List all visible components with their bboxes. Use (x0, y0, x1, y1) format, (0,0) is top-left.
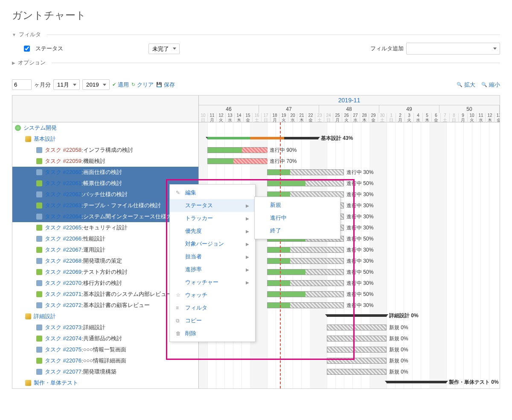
task-link[interactable]: タスク #22063 (45, 202, 81, 209)
status-filter-select[interactable]: 未完了 (148, 43, 180, 54)
add-filter-select[interactable] (406, 43, 500, 55)
task-link[interactable]: タスク #22058 (45, 146, 81, 154)
group-link[interactable]: 製作・単体テスト (34, 379, 78, 387)
context-submenu-item[interactable]: 新規 (255, 199, 340, 211)
group-link[interactable]: システム開発 (23, 124, 57, 132)
task-bar[interactable] (267, 269, 344, 275)
task-bar[interactable] (267, 180, 344, 186)
zoom-out-button[interactable]: 🔍縮小 (481, 81, 500, 89)
context-menu-item[interactable]: ☆ウォッチ (170, 289, 255, 301)
group-row[interactable]: 基本設計 (12, 133, 198, 145)
options-fieldset-toggle[interactable]: ▶ オプション (12, 59, 500, 67)
task-bar[interactable] (207, 158, 267, 164)
context-submenu: 新規進行中終了 (254, 197, 340, 239)
filters-fieldset-toggle[interactable]: ▼ フィルタ (12, 31, 500, 38)
task-link[interactable]: タスク #22069 (45, 268, 81, 276)
context-submenu-item[interactable]: 終了 (255, 224, 340, 237)
task-link[interactable]: タスク #22066 (45, 235, 81, 243)
version-icon (25, 380, 31, 386)
week-header: 46 (199, 105, 259, 113)
task-bar[interactable] (267, 169, 344, 175)
task-title: ○○○情報詳細画面 (83, 357, 127, 365)
group-link[interactable]: 基本設計 (34, 135, 56, 143)
task-row[interactable]: タスク #22075: ○○○情報一覧画面 (12, 344, 198, 355)
task-row[interactable]: タスク #22058: インフラ構成の検討 (12, 145, 198, 156)
task-link[interactable]: タスク #22072 (45, 301, 81, 309)
apply-button[interactable]: ✔適用 (112, 81, 129, 89)
context-submenu-item[interactable]: 進行中 (255, 211, 340, 224)
task-link[interactable]: タスク #22060 (45, 168, 81, 176)
add-filter-label: フィルタ追加 (370, 45, 404, 52)
zoom-out-icon: 🔍 (481, 82, 487, 87)
task-link[interactable]: タスク #22073 (45, 324, 81, 331)
months-input[interactable] (12, 79, 32, 90)
context-menu-item[interactable]: 対象バージョン▶ (170, 238, 255, 250)
task-row[interactable]: タスク #22059: 機能検討 (12, 156, 198, 167)
menu-item-icon: 🗑 (176, 330, 182, 336)
task-link[interactable]: タスク #22061 (45, 180, 81, 187)
context-menu-item[interactable]: 🗑削除 (170, 327, 255, 340)
context-menu-item[interactable]: 進捗率▶ (170, 263, 255, 276)
task-row[interactable]: タスク #22060: 画面仕様の検討 (12, 167, 198, 178)
task-bar[interactable] (327, 324, 387, 330)
task-link[interactable]: タスク #22064 (45, 213, 81, 220)
summary-bar[interactable] (387, 381, 446, 383)
bar-status-label: 新規 0% (389, 346, 408, 353)
summary-bar[interactable] (207, 137, 318, 139)
summary-bar[interactable] (327, 314, 387, 317)
context-menu-item[interactable]: 担当者▶ (170, 250, 255, 263)
day-header: 2月 (396, 113, 405, 122)
task-bar[interactable] (267, 302, 344, 308)
task-link[interactable]: タスク #22074 (45, 335, 81, 342)
group-row[interactable]: 製作・単体テスト (12, 377, 198, 388)
filters-label: フィルタ (19, 31, 41, 38)
avatar-icon (36, 336, 42, 342)
task-link[interactable]: タスク #22075 (45, 346, 81, 353)
task-bar[interactable] (327, 347, 387, 353)
bar-status-label: 新規 0% (389, 368, 408, 376)
context-menu-item[interactable]: トラッカー▶ (170, 212, 255, 225)
group-link[interactable]: 詳細設計 (34, 313, 56, 320)
task-link[interactable]: タスク #22059 (45, 157, 81, 165)
context-menu-item[interactable]: ウォッチャー▶ (170, 276, 255, 289)
task-bar[interactable] (267, 258, 344, 264)
summary-label: 詳細設計 0% (389, 312, 419, 319)
month-select[interactable]: 11月 (53, 79, 80, 90)
task-link[interactable]: タスク #22062 (45, 191, 81, 198)
task-bar[interactable] (327, 336, 387, 342)
task-bar[interactable] (327, 358, 387, 364)
task-link[interactable]: タスク #22065 (45, 224, 81, 232)
task-bar[interactable] (267, 247, 344, 253)
menu-item-label: 削除 (185, 330, 196, 337)
zoom-in-button[interactable]: 🔍拡大 (457, 81, 475, 89)
week-header: 49 (379, 105, 439, 113)
menu-item-label: 編集 (185, 189, 196, 197)
status-filter-checkbox[interactable] (24, 46, 30, 52)
year-select[interactable]: 2019 (82, 79, 110, 90)
task-bar[interactable] (327, 369, 387, 375)
task-bar[interactable] (207, 147, 267, 153)
task-link[interactable]: タスク #22071 (45, 290, 81, 298)
context-menu-item[interactable]: ⧉コピー (170, 314, 255, 327)
task-link[interactable]: タスク #22077 (45, 368, 81, 376)
day-header: 21木 (297, 113, 306, 122)
task-link[interactable]: タスク #22067 (45, 246, 81, 254)
task-link[interactable]: タスク #22068 (45, 257, 81, 265)
task-bar[interactable] (267, 280, 344, 286)
context-menu-item[interactable]: ≡フィルタ (170, 301, 255, 314)
context-menu-item[interactable]: ✎編集 (170, 186, 255, 199)
context-menu-item[interactable]: 優先度▶ (170, 225, 255, 238)
clear-button[interactable]: ↻クリア (131, 81, 154, 89)
save-button[interactable]: 💾保存 (156, 81, 175, 89)
day-header: 25月 (333, 113, 342, 122)
task-title: 基本設計書のシステム内部レビュー (83, 290, 172, 298)
context-menu-item[interactable]: ステータス▶ (170, 199, 255, 212)
day-header: 27水 (351, 113, 360, 122)
group-row[interactable]: システム開発 (12, 122, 198, 133)
task-row[interactable]: タスク #22076: ○○○情報詳細画面 (12, 355, 198, 366)
task-bar[interactable] (267, 291, 344, 297)
task-link[interactable]: タスク #22076 (45, 357, 81, 365)
task-row[interactable]: タスク #22077: 開発環境構築 (12, 366, 198, 377)
menu-item-label: 優先度 (185, 227, 202, 235)
task-link[interactable]: タスク #22070 (45, 279, 81, 287)
